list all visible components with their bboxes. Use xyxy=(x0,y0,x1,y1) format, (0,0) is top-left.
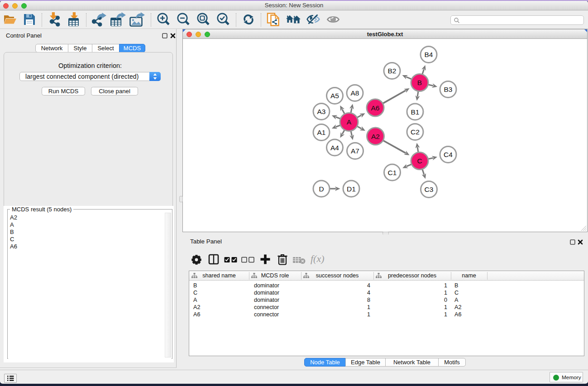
svg-text:C2: C2 xyxy=(411,128,420,136)
svg-text:A5: A5 xyxy=(330,92,339,100)
svg-text:A3: A3 xyxy=(317,108,326,115)
svg-text:A4: A4 xyxy=(330,144,339,152)
svg-text:C: C xyxy=(417,157,422,165)
svg-text:B2: B2 xyxy=(388,67,397,75)
svg-text:A6: A6 xyxy=(371,104,380,112)
svg-text:A7: A7 xyxy=(351,147,359,155)
svg-text:C3: C3 xyxy=(425,186,434,193)
svg-text:B4: B4 xyxy=(425,51,433,58)
svg-text:A8: A8 xyxy=(351,89,359,97)
svg-text:C4: C4 xyxy=(444,151,453,158)
svg-text:A: A xyxy=(347,118,352,126)
svg-text:B1: B1 xyxy=(411,108,420,116)
svg-text:D: D xyxy=(319,185,324,193)
svg-text:B: B xyxy=(417,79,422,86)
svg-text:C1: C1 xyxy=(388,169,397,176)
svg-text:B3: B3 xyxy=(444,86,453,93)
svg-text:D1: D1 xyxy=(347,185,356,193)
svg-text:A1: A1 xyxy=(317,129,326,136)
svg-text:A2: A2 xyxy=(371,133,380,140)
